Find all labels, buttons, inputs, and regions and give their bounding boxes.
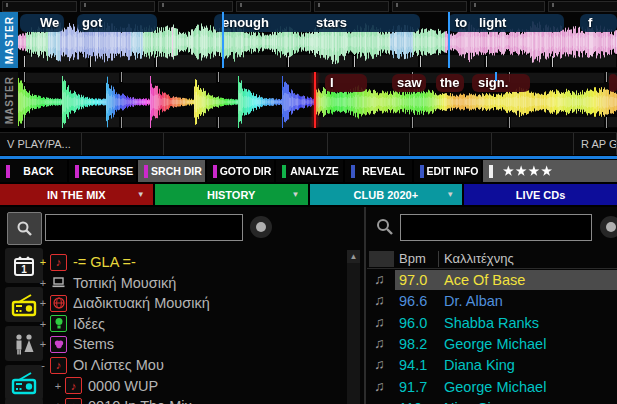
column-divider[interactable] [438, 251, 439, 267]
hotcue-slot[interactable] [314, 1, 389, 12]
stems-icon [53, 339, 65, 350]
button-reveal[interactable]: REVEAL [345, 160, 412, 182]
deck-master-tab[interactable]: MASTER [0, 72, 18, 128]
hotcue-slot[interactable] [392, 1, 467, 12]
tree-item-3[interactable]: +Διαδικτυακή Μουσική [38, 293, 210, 313]
chevron-down-icon[interactable]: ▼ [292, 190, 300, 199]
track-artist: Dr. Alban [444, 293, 503, 309]
waveform-display[interactable]: Isawthesign. [18, 72, 617, 128]
chevron-down-icon[interactable]: ▼ [137, 190, 145, 199]
crate-panel: 1 +♪-= GLA =-+Τοπική Μουσική+Διαδικτυακή… [0, 207, 363, 404]
panel-divider[interactable] [364, 207, 366, 404]
button-label: EDIT INFO [424, 165, 481, 177]
tree-item-label: Τοπική Μουσική [73, 275, 176, 291]
hotcue-slot[interactable] [548, 1, 617, 12]
track-row[interactable]: ♫98.2George Michael [367, 334, 617, 355]
button-recurse[interactable]: RECURSE [69, 160, 136, 182]
tree-item-6[interactable]: -♪Οι Λίστες Μου [38, 355, 164, 375]
globe-icon [53, 297, 65, 309]
status-cell[interactable] [82, 133, 164, 155]
collapse-icon[interactable]: - [38, 359, 48, 371]
status-cell[interactable] [246, 133, 328, 155]
expand-icon[interactable]: + [38, 338, 48, 350]
tree-item-1[interactable]: +♪-= GLA =- [38, 252, 136, 272]
lyric-word: the [440, 75, 460, 90]
cue-marker [222, 12, 224, 68]
lyric-box [580, 14, 617, 32]
track-row[interactable]: ♫96.0Shabba Ranks [367, 313, 617, 334]
column-header-artist[interactable]: Καλλιτέχνης [444, 251, 514, 266]
hotcue-slot[interactable] [158, 1, 233, 12]
column-header-bpm[interactable]: Bpm [399, 251, 426, 266]
status-cell[interactable] [410, 133, 492, 155]
status-cell[interactable]: R AP GO [574, 133, 617, 155]
status-cell[interactable] [492, 133, 574, 155]
tree-item-2[interactable]: +Τοπική Μουσική [38, 273, 176, 293]
cue-marker [448, 12, 450, 68]
crate-tab-live-cds[interactable]: LIVE CDs [464, 184, 617, 205]
scroll-up-icon[interactable]: ▲ [347, 250, 360, 263]
waveform-display[interactable]: Wegotenoughstarstolightf [18, 12, 617, 68]
hotcue-slot[interactable] [236, 1, 311, 12]
search-button[interactable] [7, 212, 42, 245]
track-search-input[interactable] [400, 214, 592, 241]
expand-icon[interactable]: + [53, 400, 63, 404]
lightbulb-icon [54, 317, 64, 330]
lyric-word: stars [316, 15, 347, 30]
track-row[interactable]: ♫91.7George Michael [367, 377, 617, 398]
crate-scrollbar[interactable]: ▲ [347, 250, 360, 404]
deck-master-tab[interactable]: MASTER [0, 12, 18, 68]
laptop-icon [52, 277, 65, 288]
calendar-icon: 1 [12, 254, 36, 278]
icon-column-header[interactable] [369, 251, 394, 267]
radio-icon [11, 371, 37, 395]
status-cell[interactable]: V PLAY/PA... [0, 133, 82, 155]
music-note-icon: ♫ [374, 271, 385, 287]
button-analyze[interactable]: ANALYZE [276, 160, 343, 182]
tree-item-8[interactable]: +♪0010 In The Mix [53, 396, 192, 404]
tree-icon: ♪ [50, 357, 67, 374]
blue-divider [0, 156, 617, 159]
track-row[interactable]: ♫110Nina Simone [367, 398, 617, 404]
expand-icon[interactable]: + [38, 277, 48, 289]
button--[interactable]: ★★★★ [483, 160, 617, 182]
crate-tab-club-2020-[interactable]: CLUB 2020+▼ [310, 184, 463, 205]
hotcue-slot[interactable] [2, 1, 77, 12]
track-row[interactable]: ♫97.0Ace Of Base [367, 270, 617, 291]
status-cell[interactable] [328, 133, 410, 155]
lyric-word: saw [397, 75, 422, 90]
button-back[interactable]: BACK [0, 160, 67, 182]
track-row[interactable]: ♫96.6Dr. Alban [367, 291, 617, 312]
record-indicator-button[interactable] [250, 216, 272, 238]
track-artist: Nina Simone [444, 400, 527, 404]
crate-search-input[interactable] [45, 214, 243, 241]
crate-tab-history[interactable]: HISTORY▼ [155, 184, 308, 205]
expand-icon[interactable]: + [53, 380, 63, 392]
hotcue-slot[interactable] [470, 1, 545, 12]
button-srch-dir[interactable]: SRCH DIR [138, 160, 205, 182]
crate-tab-in-the-mix[interactable]: IN THE MIX▼ [0, 184, 153, 205]
music-note-icon: ♫ [374, 335, 385, 351]
rail-button-hat[interactable] [5, 398, 43, 404]
tree-item-4[interactable]: +Ιδέες [38, 314, 105, 334]
expand-icon[interactable]: + [38, 318, 48, 330]
tree-icon: ♪ [65, 377, 82, 394]
track-bpm: 98.2 [399, 336, 427, 352]
record-indicator-button[interactable] [600, 216, 617, 238]
tree-item-label: Stems [73, 336, 114, 352]
hotcue-slot[interactable] [80, 1, 155, 12]
couple-icon [11, 331, 37, 357]
chevron-down-icon[interactable]: ▼ [446, 190, 454, 199]
button-edit-info[interactable]: EDIT INFO [414, 160, 481, 182]
tree-item-5[interactable]: +Stems [38, 334, 114, 354]
music-note-icon: ♫ [374, 399, 385, 404]
tree-item-7[interactable]: +♪0000 WUP [53, 376, 158, 396]
lyric-word: enough [222, 15, 269, 30]
tree-icon [50, 274, 67, 291]
track-row[interactable]: ♫94.1Diana King [367, 355, 617, 376]
expand-icon[interactable]: + [38, 297, 48, 309]
expand-icon[interactable]: + [38, 256, 48, 268]
status-cell[interactable] [164, 133, 246, 155]
button-goto-dir[interactable]: GOTO DIR [207, 160, 274, 182]
deck-master-label: MASTER [4, 76, 15, 124]
